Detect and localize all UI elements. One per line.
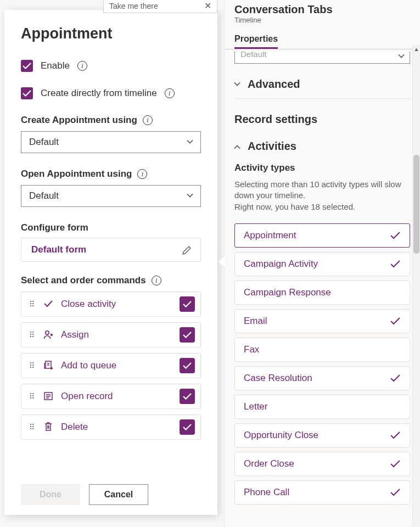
activity-type-item[interactable]: Fax [234,338,410,362]
create-direct-row: Create directly from timeline i [21,87,201,99]
activity-type-label: Campaign Response [244,287,331,298]
create-using-select[interactable]: Default [21,131,201,153]
scroll-up-icon[interactable]: ▲ [413,46,420,52]
enable-row: Enable i [21,60,201,72]
edit-icon [182,244,193,255]
caret-icon [219,256,225,267]
check-icon [390,231,401,240]
command-label: Open record [61,391,173,402]
check-icon [390,317,401,326]
activity-type-item[interactable]: Letter [234,395,410,419]
info-icon[interactable]: i [137,169,147,179]
appointment-settings-dialog: Appointment Enable i Create directly fro… [4,10,217,515]
configure-form-value: Default form [31,244,86,255]
open-using-label: Open Appointment using [21,169,132,180]
activity-type-item[interactable]: Opportunity Close [234,423,410,447]
scrollbar-thumb[interactable] [413,155,419,254]
advanced-section[interactable]: Advanced [234,64,410,99]
check-icon [390,488,401,497]
done-button: Done [21,484,80,505]
close-icon[interactable]: ✕ [204,1,211,11]
drag-handle-icon[interactable]: ⠿ [29,333,36,337]
check-icon [390,431,401,440]
record-icon [42,390,54,403]
configure-form-label-row: Configure form [21,222,201,233]
open-using-value: Default [29,190,59,201]
activity-types-note-2: Right now, you have 18 selected. [234,201,410,212]
dialog-footer: Done Cancel [21,475,201,505]
command-checkbox[interactable] [180,327,195,343]
activity-type-item[interactable]: Appointment [234,223,410,248]
done-button-label: Done [40,490,61,500]
check-icon [42,298,54,311]
cancel-button-label: Cancel [104,490,133,500]
activity-type-item[interactable]: Order Close [234,452,410,476]
check-icon [390,374,401,383]
info-icon[interactable]: i [143,115,153,125]
activity-type-label: Phone Call [244,487,289,498]
open-using-select[interactable]: Default [21,185,201,207]
command-row[interactable]: ⠿Add to queue [21,353,201,378]
command-row[interactable]: ⠿Open record [21,384,201,409]
activity-type-item[interactable]: Campaign Response [234,281,410,305]
chevron-down-icon [187,137,193,143]
activity-types-note-1: Selecting more than 10 activity types wi… [234,179,410,201]
create-direct-label: Create directly from timeline [41,88,157,99]
create-direct-checkbox[interactable] [21,87,33,99]
activity-type-label: Email [244,316,267,327]
info-icon[interactable]: i [165,88,175,98]
check-icon [390,260,401,268]
default-select[interactable]: Default [234,52,410,64]
command-row[interactable]: ⠿Assign [21,322,201,347]
default-select-value: Default [240,52,267,59]
configure-form-label: Configure form [21,222,88,233]
queue-icon [42,360,54,372]
record-settings-title: Record settings [234,113,317,126]
panel-tabs: Properties [225,34,420,49]
advanced-title: Advanced [248,78,300,91]
chevron-down-icon [398,52,404,58]
cancel-button[interactable]: Cancel [89,484,148,505]
activities-section[interactable]: Activities [234,126,410,153]
check-icon [23,90,31,97]
drag-handle-icon[interactable]: ⠿ [29,364,36,367]
activity-type-label: Letter [244,401,267,412]
create-using-label: Create Appointment using [21,115,137,126]
dialog-title: Appointment [21,25,201,42]
activity-type-label: Campaign Activity [244,259,318,270]
open-using-label-row: Open Appointment using i [21,169,201,180]
teaching-callout-label: Take me there [109,2,158,10]
activity-type-label: Fax [244,344,259,355]
teaching-callout: Take me there ✕ [103,0,217,13]
command-row[interactable]: ⠿Delete [21,414,201,440]
commands-header-row: Select and order commands i [21,275,201,286]
drag-handle-icon[interactable]: ⠿ [29,302,36,306]
svg-point-0 [46,330,49,334]
configure-form-row[interactable]: Default form [21,238,201,262]
activity-type-item[interactable]: Email [234,309,410,333]
command-checkbox[interactable] [180,419,195,435]
trash-icon [42,421,54,434]
activity-type-item[interactable]: Campaign Activity [234,252,410,276]
commands-header: Select and order commands [21,275,146,286]
activity-type-item[interactable]: Case Resolution [234,366,410,390]
activity-types-list: AppointmentCampaign ActivityCampaign Res… [234,223,410,504]
command-checkbox[interactable] [180,358,195,373]
activity-type-label: Order Close [244,458,294,469]
drag-handle-icon[interactable]: ⠿ [29,425,36,429]
activity-type-label: Case Resolution [244,373,312,384]
command-row[interactable]: ⠿Close activity [21,291,201,317]
activity-type-item[interactable]: Phone Call [234,480,410,504]
command-label: Add to queue [61,360,173,371]
info-icon[interactable]: i [77,61,87,71]
command-checkbox[interactable] [180,296,195,312]
commands-list: ⠿Close activity⠿Assign⠿Add to queue⠿Open… [21,291,201,445]
info-icon[interactable]: i [152,276,161,285]
command-checkbox[interactable] [180,389,195,404]
drag-handle-icon[interactable]: ⠿ [29,395,36,398]
tab-properties[interactable]: Properties [234,34,278,49]
activities-title: Activities [248,140,296,153]
enable-checkbox[interactable] [21,60,33,72]
create-using-value: Default [29,137,59,148]
scrollbar[interactable]: ▲ [412,45,420,527]
